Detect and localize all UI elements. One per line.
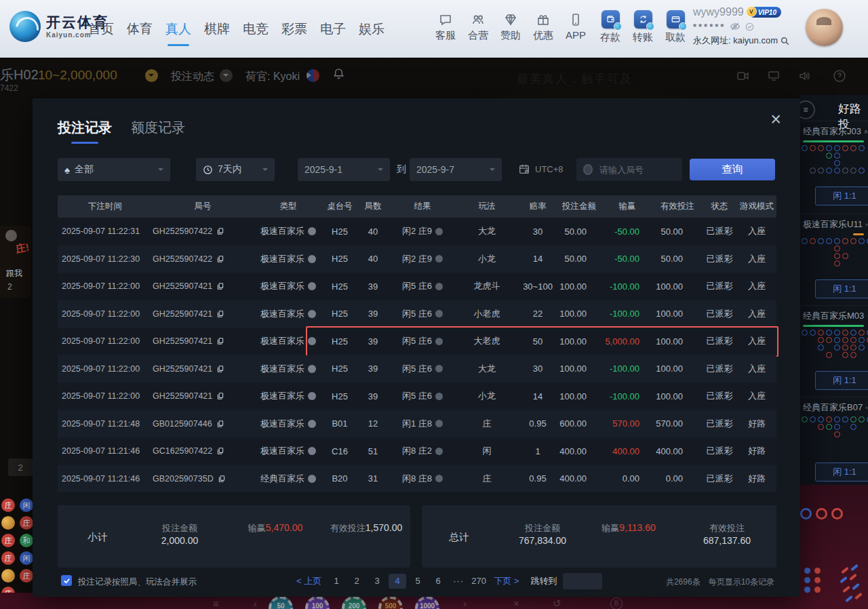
cell-odds: 14	[519, 254, 557, 264]
column-header: 游戏模式	[737, 201, 776, 212]
cell-round-id: GH2525907422	[153, 254, 253, 264]
nav-item[interactable]: 娱乐	[357, 20, 386, 38]
game-type-select[interactable]: ♠ 全部	[58, 158, 170, 181]
info-icon[interactable]	[435, 448, 443, 455]
transfer-button[interactable]: 转账	[632, 10, 654, 44]
provider-icon	[308, 392, 316, 400]
next-page-button[interactable]: 下页 >	[494, 575, 519, 587]
cell-table-no: H25	[323, 391, 356, 401]
date-from-select[interactable]: 2025-9-1	[298, 158, 390, 181]
chip-scroll-right-icon[interactable]: ›	[463, 597, 467, 609]
copy-icon[interactable]	[216, 282, 224, 290]
page-number[interactable]: 3	[368, 574, 386, 589]
casino-chip[interactable]: 1000	[415, 596, 439, 609]
copy-icon[interactable]	[216, 337, 224, 345]
info-icon[interactable]	[435, 365, 443, 372]
sticker-subtext: 跟我	[6, 268, 22, 279]
page-number[interactable]: 270	[470, 574, 488, 589]
panel-collapse-icon[interactable]: ≡	[800, 100, 815, 119]
info-icon[interactable]	[435, 228, 443, 235]
deposit-button[interactable]: 存款	[599, 10, 621, 44]
nav-item[interactable]: 体育	[125, 20, 154, 38]
rebet-icon[interactable]: B	[610, 597, 623, 609]
cell-win-loss: 5,000.00	[601, 336, 653, 347]
casino-chip[interactable]: 500	[378, 596, 403, 609]
notice-badge: 2	[8, 458, 33, 476]
date-range-select[interactable]: 7天内	[196, 158, 275, 181]
bet-records-modal: × 投注记录 额度记录 ♠ 全部 7天内 2025-9-1 到 2025-9-7	[33, 98, 800, 597]
partner-link[interactable]: 合营	[467, 13, 489, 42]
page-number[interactable]: ···	[450, 574, 467, 589]
app-link[interactable]: APP	[565, 13, 587, 42]
info-icon[interactable]	[435, 420, 443, 427]
date-to-value: 2025-9-7	[416, 164, 454, 175]
page-number[interactable]: 5	[409, 574, 427, 589]
round-search-field	[576, 158, 682, 181]
copy-icon[interactable]	[216, 310, 224, 318]
info-icon[interactable]	[435, 338, 443, 345]
cell-win-loss: 0.00	[601, 473, 653, 484]
copy-icon[interactable]	[216, 420, 224, 428]
nav-item[interactable]: 电竞	[241, 20, 270, 38]
quick-bet-button[interactable]: 闲 1:1	[815, 371, 868, 390]
date-to-select[interactable]: 2025-9-7	[410, 158, 502, 181]
nav-item[interactable]: 首页	[87, 20, 115, 38]
info-icon[interactable]	[435, 283, 443, 290]
round-input[interactable]	[598, 164, 675, 176]
info-icon[interactable]	[435, 310, 443, 317]
nav-item[interactable]: 电子	[319, 20, 347, 38]
casino-chip[interactable]: 200	[342, 596, 366, 609]
info-icon[interactable]	[435, 255, 443, 262]
cell-status: 已派彩	[702, 473, 737, 485]
copy-icon[interactable]	[216, 255, 224, 263]
close-icon[interactable]: ×	[770, 111, 781, 129]
chip-scroll-left-icon[interactable]: ‹	[254, 597, 257, 609]
cancel-bet-icon[interactable]: ×	[513, 597, 519, 609]
undo-icon[interactable]: ↺	[553, 597, 561, 609]
quick-bet-button[interactable]: 闲 1:1	[815, 186, 868, 205]
prev-page-button[interactable]: < 上页	[296, 575, 321, 587]
total-valid-label: 有效投注	[709, 523, 745, 533]
cell-round-no: 51	[356, 446, 390, 456]
copy-icon[interactable]	[218, 475, 226, 483]
casino-chip[interactable]: 50	[269, 596, 293, 609]
subtotal-valid-label: 有效投注	[330, 523, 366, 533]
nav-item[interactable]: 彩票	[280, 20, 309, 38]
sponsor-link[interactable]: 赞助	[500, 13, 521, 42]
refresh-balance-icon[interactable]	[745, 22, 755, 32]
tab-quota-records[interactable]: 额度记录	[131, 119, 185, 144]
promo-link[interactable]: 优惠	[532, 13, 554, 42]
info-icon[interactable]	[435, 475, 443, 482]
copy-icon[interactable]	[216, 227, 224, 235]
casino-chip[interactable]: 100	[305, 596, 330, 609]
info-icon[interactable]	[435, 393, 443, 400]
nav-item[interactable]: 真人	[164, 20, 193, 38]
merge-checkbox[interactable]	[61, 575, 72, 586]
cell-valid-bet: 100.00	[653, 336, 702, 347]
page-number[interactable]: 6	[429, 574, 447, 589]
cell-bet-amount: 100.00	[557, 281, 601, 292]
support-link[interactable]: 客服	[435, 13, 456, 42]
bet-list-icon[interactable]: ≡	[213, 597, 219, 609]
cell-bet-amount: 100.00	[557, 391, 601, 401]
quick-bet-button[interactable]: 闲 1:1	[815, 463, 868, 482]
copy-icon[interactable]	[216, 365, 224, 373]
avatar[interactable]	[806, 9, 843, 46]
cell-win-loss: 570.00	[601, 418, 653, 429]
search-button[interactable]: 查询	[690, 159, 775, 180]
withdraw-button[interactable]: 取款	[665, 10, 686, 44]
cell-status: 已派彩	[702, 363, 737, 375]
page-number[interactable]: 1	[328, 574, 345, 589]
copy-icon[interactable]	[216, 447, 224, 455]
road-card: 经典百家乐B07 闲 1:1	[800, 397, 868, 487]
search-icon[interactable]	[780, 36, 790, 46]
page-number[interactable]: 4	[389, 574, 406, 589]
nav-item[interactable]: 棋牌	[203, 20, 231, 38]
jump-input[interactable]	[563, 573, 602, 589]
eye-off-icon[interactable]	[730, 21, 741, 32]
quick-bet-button[interactable]: 闲 1:1	[815, 279, 868, 298]
cell-game-type: 极速百家乐	[253, 280, 323, 292]
copy-icon[interactable]	[216, 392, 224, 400]
page-number[interactable]: 2	[348, 574, 366, 589]
tab-bet-records[interactable]: 投注记录	[58, 119, 112, 144]
